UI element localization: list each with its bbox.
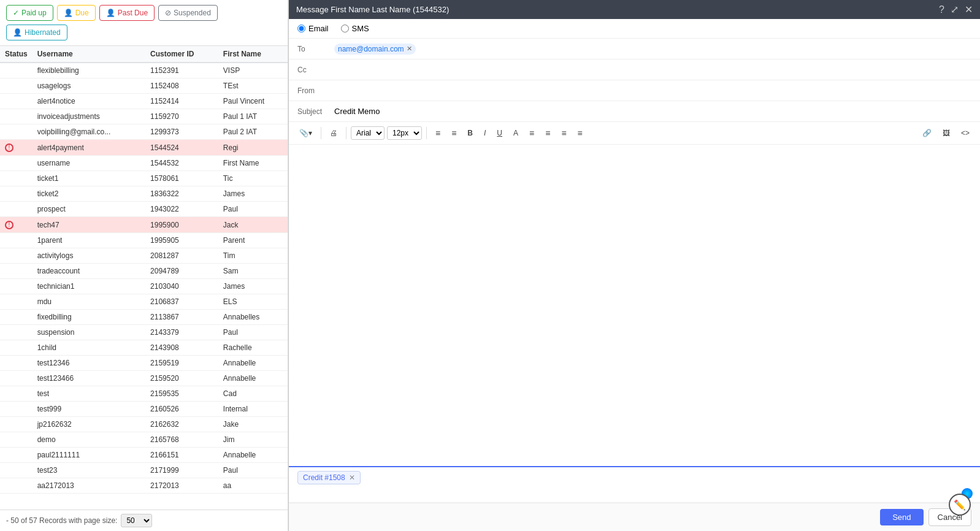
pagination-bar: - 50 of 57 Records with page size: 25 50… <box>0 510 288 531</box>
close-icon-btn[interactable]: ✕ <box>965 4 973 15</box>
table-row[interactable]: flexiblebilling1152391VISP <box>0 63 288 78</box>
help-icon-btn[interactable]: ? <box>939 4 944 15</box>
table-row[interactable]: aa21720132172013aa <box>0 478 288 494</box>
table-row[interactable]: voipbilling@gmail.co...1299373Paul 2 IAT <box>0 124 288 140</box>
compose-textarea[interactable] <box>297 151 971 460</box>
table-row[interactable]: prospect1943022Paul <box>0 202 288 217</box>
toolbar-divider-2 <box>346 127 346 139</box>
table-row[interactable]: paul21111112166151Annabelle <box>0 448 288 463</box>
table-row[interactable]: jp21626322162632Jake <box>0 417 288 432</box>
justify-btn[interactable]: ≡ <box>573 126 587 140</box>
chat-button[interactable]: ✏️ <box>949 494 971 516</box>
italic-btn[interactable]: I <box>480 126 490 140</box>
table-row[interactable]: 1child2143908Rachelle <box>0 340 288 356</box>
align4-btn[interactable]: ≡ <box>557 126 570 140</box>
filter-hibernated-label: Hibernated <box>25 28 61 37</box>
table-row[interactable]: invoiceadjustments1159270Paul 1 IAT <box>0 109 288 124</box>
align2-btn[interactable]: ≡ <box>525 126 538 140</box>
cell-username: jp2162632 <box>33 417 145 432</box>
cell-username: fixedbilling <box>33 310 145 325</box>
cc-field-value[interactable] <box>334 65 971 74</box>
cell-status <box>0 294 33 310</box>
table-row[interactable]: tradeaccount2094789Sam <box>0 264 288 279</box>
table-row[interactable]: usagelogs1152408TEst <box>0 78 288 94</box>
to-email-text: name@domain.com <box>338 45 404 53</box>
subject-input[interactable] <box>334 107 971 116</box>
table-row[interactable]: !alert4payment1544524Regi <box>0 140 288 156</box>
filter-suspended[interactable]: ⊘ Suspended <box>158 5 218 21</box>
filter-due[interactable]: 👤 Due <box>57 5 96 21</box>
filter-hibernated[interactable]: 👤 Hibernated <box>6 25 67 40</box>
image-btn[interactable]: 🖼 <box>938 126 954 140</box>
email-radio[interactable] <box>297 25 305 32</box>
cell-first-name: Jim <box>218 432 288 448</box>
table-row[interactable]: 1parent1995905Parent <box>0 233 288 248</box>
cell-customer-id: 1836322 <box>145 186 218 202</box>
remove-to-email-icon[interactable]: ✕ <box>407 45 412 53</box>
table-row[interactable]: technician12103040James <box>0 279 288 294</box>
link-btn[interactable]: 🔗 <box>918 126 936 140</box>
cell-first-name: Parent <box>218 233 288 248</box>
cc-input[interactable] <box>334 65 971 74</box>
remove-attachment-icon[interactable]: ✕ <box>349 473 355 482</box>
send-button[interactable]: Send <box>880 509 923 525</box>
code-btn[interactable]: <> <box>957 126 974 140</box>
table-row[interactable]: test2159535Cad <box>0 386 288 402</box>
align-center-btn[interactable]: ≡ <box>447 126 461 140</box>
table-row[interactable]: activitylogs2081287Tim <box>0 248 288 264</box>
filter-bar: ✓ Paid up 👤 Due 👤 Past Due ⊘ Suspended 👤… <box>0 0 288 46</box>
table-row[interactable]: ticket21836322James <box>0 186 288 202</box>
sms-radio-label[interactable]: SMS <box>341 24 369 33</box>
table-row[interactable]: test123462159519Annabelle <box>0 356 288 371</box>
from-input[interactable] <box>334 86 971 95</box>
attach-btn[interactable]: 📎▾ <box>295 126 316 140</box>
filter-past-due[interactable]: 👤 Past Due <box>99 5 155 21</box>
page-size-select[interactable]: 25 50 100 <box>121 514 152 527</box>
filter-due-label: Due <box>75 9 89 17</box>
cc-field-row: Cc <box>289 59 980 80</box>
cell-customer-id: 2159535 <box>145 386 218 402</box>
align3-btn[interactable]: ≡ <box>541 126 554 140</box>
table-row[interactable]: ticket11578061Tic <box>0 171 288 186</box>
table-row[interactable]: test9992160526Internal <box>0 402 288 417</box>
table-row[interactable]: mdu2106837ELS <box>0 294 288 310</box>
table-row[interactable]: username1544532First Name <box>0 156 288 171</box>
cell-status <box>0 279 33 294</box>
from-field-value[interactable] <box>334 86 971 95</box>
table-row[interactable]: test1234662159520Annabelle <box>0 371 288 386</box>
error-icon: ! <box>5 143 13 152</box>
from-label: From <box>297 86 334 95</box>
font-select[interactable]: Arial <box>351 126 385 140</box>
print-btn[interactable]: 🖨 <box>326 126 342 140</box>
table-row[interactable]: suspension2143379Paul <box>0 325 288 340</box>
underline-btn[interactable]: U <box>492 126 507 140</box>
cell-username: alert4payment <box>33 140 145 156</box>
cell-username: demo <box>33 432 145 448</box>
floating-action-area: ✏️ <box>946 491 971 516</box>
filter-paid-up[interactable]: ✓ Paid up <box>6 5 53 21</box>
compose-inline-input[interactable] <box>297 491 971 500</box>
bold-btn[interactable]: B <box>463 126 477 140</box>
attachment-bar: Credit #1508 ✕ <box>289 466 980 488</box>
email-radio-label[interactable]: Email <box>297 24 329 33</box>
sms-radio[interactable] <box>341 25 349 32</box>
expand-icon-btn[interactable]: ⤢ <box>951 4 959 15</box>
font-color-btn[interactable]: A <box>509 126 523 140</box>
cell-username: alert4notice <box>33 94 145 109</box>
cell-first-name: Paul <box>218 463 288 478</box>
table-row[interactable]: test232171999Paul <box>0 463 288 478</box>
action-bar: Send Cancel <box>289 503 980 531</box>
cell-customer-id: 2165768 <box>145 432 218 448</box>
table-row[interactable]: fixedbilling2113867Annabelles <box>0 310 288 325</box>
cell-customer-id: 2113867 <box>145 310 218 325</box>
cell-status <box>0 63 33 78</box>
table-row[interactable]: alert4notice1152414Paul Vincent <box>0 94 288 109</box>
table-row[interactable]: !tech471995900Jack <box>0 217 288 233</box>
cell-username: username <box>33 156 145 171</box>
cell-status <box>0 156 33 171</box>
cell-status <box>0 478 33 494</box>
align-left-btn[interactable]: ≡ <box>431 126 445 140</box>
table-row[interactable]: demo2165768Jim <box>0 432 288 448</box>
due-icon: 👤 <box>64 9 73 17</box>
font-size-select[interactable]: 12px <box>387 126 422 140</box>
